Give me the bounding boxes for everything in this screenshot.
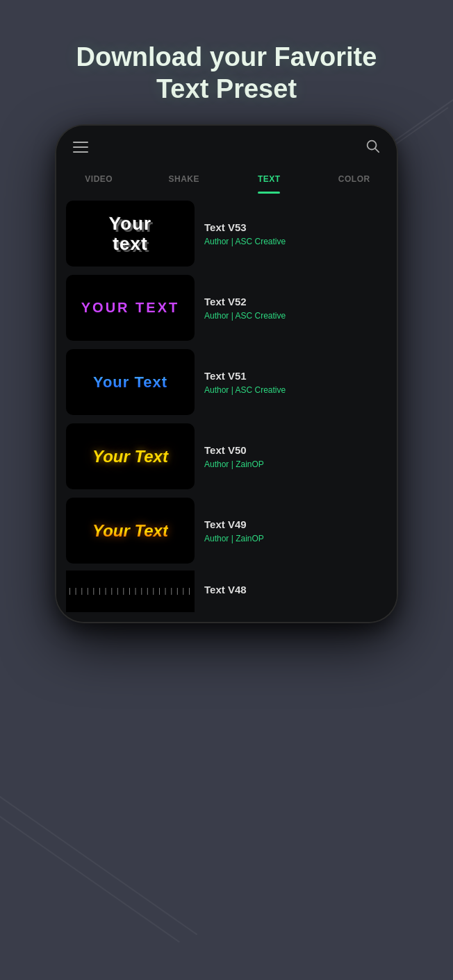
svg-line-1: [375, 149, 379, 152]
preset-item-v50[interactable]: Your Text Text V50 Author | ZainOP: [66, 422, 387, 491]
preset-item-v52[interactable]: YOUR TEXT Text V52 Author | ASC Creative: [66, 273, 387, 342]
preset-info-v51: Text V51 Author | ASC Creative: [204, 370, 387, 395]
preset-item-v48[interactable]: ||||||||||||||||||||||||||| Text V48: [66, 571, 387, 612]
preset-info-v52: Text V52 Author | ASC Creative: [204, 296, 387, 321]
preset-author-v50: Author | ZainOP: [204, 459, 387, 469]
preset-info-v53: Text V53 Author | ASC Creative: [204, 221, 387, 246]
preset-thumbnail-v52: YOUR TEXT: [66, 275, 195, 341]
v51-thumb-text: Your Text: [93, 373, 167, 391]
page-title: Download your Favorite Text Preset: [42, 42, 411, 105]
preset-thumbnail-v49: Your Text: [66, 498, 195, 564]
v52-thumb-text: YOUR TEXT: [81, 300, 179, 316]
preset-item-v51[interactable]: Your Text Text V51 Author | ASC Creative: [66, 348, 387, 416]
preset-item-v49[interactable]: Your Text Text V49 Author | ZainOP: [66, 496, 387, 565]
tab-text[interactable]: TEXT: [226, 167, 312, 194]
preset-thumbnail-v51: Your Text: [66, 349, 195, 415]
phone-container: VIDEO SHAKE TEXT COLOR Your text Text V5…: [0, 126, 453, 622]
preset-author-v49: Author | ZainOP: [204, 534, 387, 543]
preset-info-v50: Text V50 Author | ZainOP: [204, 444, 387, 469]
preset-list: Your text Text V53 Author | ASC Creative…: [56, 194, 397, 622]
tab-video[interactable]: VIDEO: [56, 167, 142, 194]
tab-color[interactable]: COLOR: [312, 167, 397, 194]
bg-line-1: [0, 775, 197, 935]
preset-info-v48: Text V48: [204, 584, 387, 599]
preset-info-v49: Text V49 Author | ZainOP: [204, 518, 387, 543]
preset-name-v51: Text V51: [204, 370, 387, 382]
v53-thumb-text: Your text: [109, 214, 151, 253]
preset-name-v50: Text V50: [204, 444, 387, 456]
search-icon: [365, 138, 380, 153]
hamburger-menu-button[interactable]: [73, 142, 88, 153]
preset-name-v48: Text V48: [204, 584, 387, 595]
preset-item-v53[interactable]: Your text Text V53 Author | ASC Creative: [66, 199, 387, 268]
preset-name-v49: Text V49: [204, 518, 387, 530]
preset-name-v52: Text V52: [204, 296, 387, 307]
bg-line-2: [0, 802, 180, 942]
preset-thumbnail-v48: |||||||||||||||||||||||||||: [66, 571, 195, 612]
page-header: Download your Favorite Text Preset: [0, 0, 453, 126]
preset-thumbnail-v53: Your text: [66, 201, 195, 267]
preset-author-v51: Author | ASC Creative: [204, 385, 387, 395]
phone-topbar: [56, 126, 397, 163]
v49-thumb-text: Your Text: [92, 521, 168, 541]
preset-thumbnail-v50: Your Text: [66, 423, 195, 489]
preset-author-v52: Author | ASC Creative: [204, 311, 387, 321]
preset-author-v53: Author | ASC Creative: [204, 237, 387, 246]
search-button[interactable]: [365, 138, 380, 156]
phone-mockup: VIDEO SHAKE TEXT COLOR Your text Text V5…: [56, 126, 397, 622]
v50-thumb-text: Your Text: [92, 447, 168, 466]
tab-shake[interactable]: SHAKE: [142, 167, 227, 194]
preset-name-v53: Text V53: [204, 221, 387, 233]
tabs-bar: VIDEO SHAKE TEXT COLOR: [56, 163, 397, 194]
v48-thumb-text: |||||||||||||||||||||||||||: [66, 587, 195, 595]
